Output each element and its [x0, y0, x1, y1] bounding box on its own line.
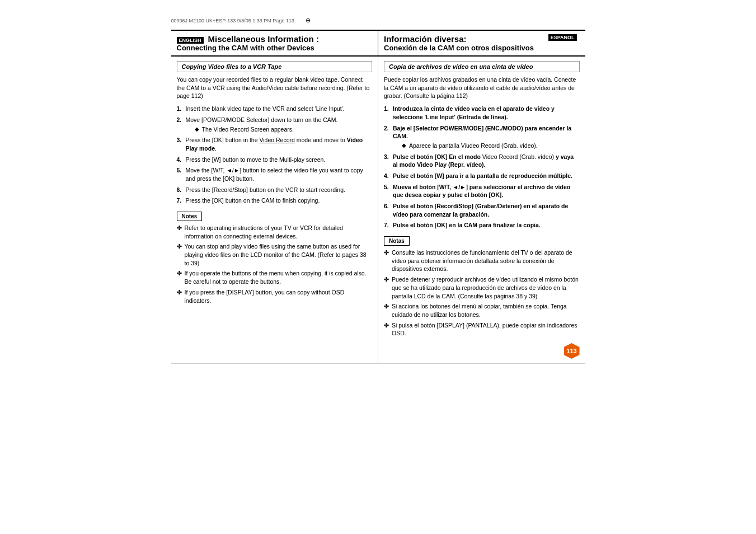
- english-step-4: 4. Press the [W] button to move to the M…: [177, 156, 373, 164]
- english-note-1: ✤ Refer to operating instructions of you…: [177, 224, 373, 240]
- espanol-step-1: 1. Introduzca la cinta de vídeo vacía en…: [384, 105, 580, 121]
- reg-mark-top-right: ⊕: [306, 17, 311, 24]
- espanol-note-4: ✤ Si pulsa el botón [DISPLAY] (PANTALLA)…: [384, 321, 580, 338]
- english-step-7: 7. Press the [OK] button on the CAM to f…: [177, 196, 373, 205]
- espanol-title-sub: Conexión de la CAM con otros dispositivo…: [384, 44, 534, 52]
- espanol-note-1: ✤ Consulte las instrucciones de funciona…: [384, 249, 580, 273]
- espanol-badge: ESPAÑOL: [548, 34, 577, 41]
- registration-header: 00906J M2100 UK+ESP-133 9/8/05 1:33 PM P…: [171, 17, 585, 24]
- espanol-notes-label: Notas: [384, 236, 410, 246]
- espanol-intro: Puede copiar los archivos grabados en un…: [384, 76, 580, 100]
- registration-text: 00906J M2100 UK+ESP-133 9/8/05 1:33 PM P…: [171, 18, 294, 24]
- english-title-block: ENGLISH Miscellaneous Information : Conn…: [171, 31, 379, 55]
- english-section-heading: Copying Video files to a VCR Tape: [177, 61, 373, 72]
- english-intro: You can copy your recorded files to a re…: [177, 76, 373, 100]
- espanol-step-4: 4. Pulse el botón [W] para ir a la panta…: [384, 172, 580, 180]
- title-row: ENGLISH Miscellaneous Information : Conn…: [171, 30, 585, 57]
- english-note-2: ✤ You can stop and play video files usin…: [177, 242, 373, 267]
- english-content: Copying Video files to a VCR Tape You ca…: [171, 57, 379, 363]
- english-step-5: 5. Move the [W/T, ◄/►] button to select …: [177, 166, 373, 182]
- espanol-steps-list: 1. Introduzca la cinta de vídeo vacía en…: [384, 105, 580, 229]
- english-note-3: ✤ If you operate the buttons of the menu…: [177, 269, 373, 285]
- espanol-step-2: 2. Baje el [Selector POWER/MODE] (ENC./M…: [384, 124, 580, 150]
- espanol-notes-list: ✤ Consulte las instrucciones de funciona…: [384, 249, 580, 338]
- espanol-title-main: Información diversa:: [384, 34, 467, 44]
- english-badge: ENGLISH: [177, 37, 204, 44]
- english-step-3: 3. Press the [OK] button in the Video Re…: [177, 136, 373, 152]
- page-number-badge: 113: [564, 343, 580, 359]
- english-title-sub: Connecting the CAM with other Devices: [177, 44, 314, 52]
- english-step-2: 2. Move [POWER/MODE Selector] down to tu…: [177, 116, 373, 133]
- english-steps-list: 1. Insert the blank video tape to the VC…: [177, 105, 373, 205]
- espanol-step-3: 3. Pulse el botón [OK] En el modo Video …: [384, 153, 580, 169]
- espanol-step-6: 6. Pulse el botón [Record/Stop] (Grabar/…: [384, 202, 580, 218]
- espanol-section-heading: Copia de archivos de vídeo en una cinta …: [384, 61, 580, 72]
- english-step-1: 1. Insert the blank video tape to the VC…: [177, 105, 373, 113]
- espanol-note-3: ✤ Si acciona los botones del menú al cop…: [384, 302, 580, 318]
- espanol-step-5: 5. Mueva el botón [W/T, ◄/►] para selecc…: [384, 183, 580, 199]
- content-row: Copying Video files to a VCR Tape You ca…: [171, 57, 585, 364]
- espanol-step-7: 7. Pulse el botón [OK] en la CAM para fi…: [384, 221, 580, 229]
- english-step-6: 6. Press the [Record/Stop] button on the…: [177, 186, 373, 194]
- english-title-main: Miscellaneous Information :: [208, 34, 319, 44]
- espanol-content: Copia de archivos de vídeo en una cinta …: [378, 57, 585, 363]
- espanol-note-2: ✤ Puede detener y reproducir archivos de…: [384, 275, 580, 300]
- english-notes-list: ✤ Refer to operating instructions of you…: [177, 224, 373, 305]
- english-note-4: ✤ If you press the [DISPLAY] button, you…: [177, 288, 373, 305]
- english-notes-label: Notes: [177, 212, 203, 221]
- espanol-title-block: Información diversa: ESPAÑOL Conexión de…: [378, 31, 585, 55]
